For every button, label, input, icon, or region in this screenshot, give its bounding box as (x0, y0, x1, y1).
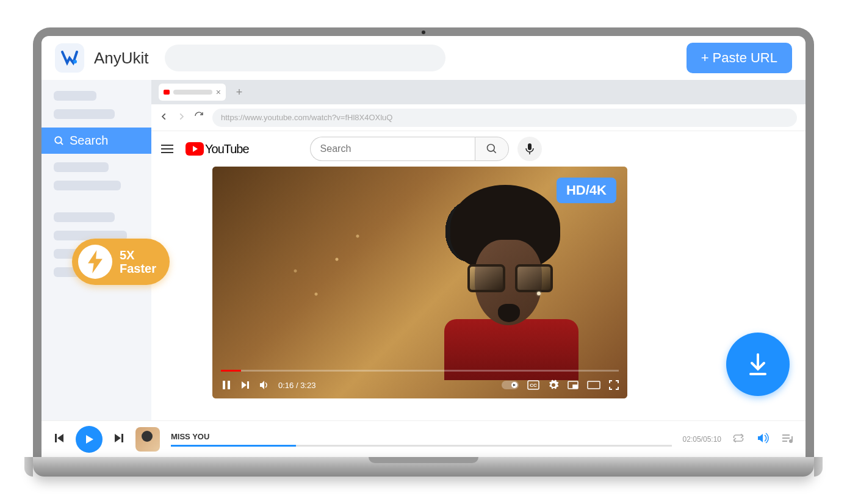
play-icon (83, 433, 95, 445)
video-time: 0:16 / 3:23 (278, 381, 315, 390)
tab-title-placeholder (173, 90, 212, 95)
youtube-search-input[interactable] (310, 137, 475, 161)
svg-marker-27 (86, 435, 93, 444)
svg-rect-29 (121, 434, 123, 442)
svg-point-5 (487, 145, 494, 152)
browser-tab[interactable]: × (159, 84, 226, 101)
youtube-logo[interactable]: YouTube (186, 142, 249, 156)
laptop-screen-bezel: AnyUkit + Paste URL Search (33, 27, 814, 457)
theater-button[interactable] (587, 381, 600, 389)
sound-icon (757, 433, 769, 444)
download-icon (743, 350, 773, 379)
volume-icon (259, 380, 270, 391)
browser-nav-bar (151, 104, 806, 131)
svg-marker-13 (260, 381, 264, 389)
skip-next-icon (114, 433, 124, 444)
pause-icon (221, 380, 232, 391)
app-header: AnyUkit + Paste URL (41, 36, 806, 80)
speed-label: Faster (120, 262, 156, 275)
youtube-favicon (164, 90, 170, 95)
youtube-search-wrap (310, 137, 542, 161)
voice-search-button[interactable] (517, 137, 542, 161)
laptop-frame: AnyUkit + Paste URL Search (33, 27, 814, 477)
paste-url-button[interactable]: + Paste URL (687, 43, 792, 73)
autoplay-toggle[interactable] (502, 381, 519, 389)
youtube-search-button[interactable] (475, 137, 509, 161)
svg-point-0 (73, 60, 77, 63)
svg-rect-7 (528, 143, 532, 150)
video-player[interactable]: HD/4K 0:16 / 3:23 CC (212, 167, 627, 398)
gear-icon (548, 380, 559, 391)
browser-tab-strip: × + (151, 80, 806, 104)
content-area: × + (151, 80, 806, 420)
svg-point-1 (55, 137, 62, 143)
fullscreen-button[interactable] (609, 380, 619, 390)
app-logo (55, 43, 84, 73)
music-player-bar: MISS YOU 02:05/05:10 (41, 420, 806, 457)
next-button[interactable] (240, 380, 250, 390)
forward-button[interactable] (177, 111, 186, 124)
hamburger-menu[interactable] (161, 145, 173, 153)
address-bar[interactable] (212, 109, 797, 127)
pause-button[interactable] (221, 380, 232, 391)
search-icon (54, 135, 65, 146)
svg-rect-9 (223, 381, 225, 389)
youtube-icon (186, 142, 204, 156)
video-controls: 0:16 / 3:23 CC (212, 372, 627, 398)
speed-badge: 5X Faster (72, 239, 170, 285)
repeat-button[interactable] (732, 433, 744, 446)
next-track-button[interactable] (114, 433, 124, 446)
previous-track-button[interactable] (54, 433, 65, 446)
player-controls-right (732, 433, 793, 446)
theater-icon (587, 381, 600, 389)
app-window: AnyUkit + Paste URL Search (41, 36, 806, 457)
volume-button[interactable] (259, 380, 270, 391)
svg-rect-12 (247, 381, 249, 389)
svg-marker-26 (57, 434, 63, 442)
app-logo-icon (60, 48, 79, 68)
close-icon[interactable]: × (216, 87, 221, 97)
cc-icon: CC (527, 380, 539, 390)
autoplay-icon (502, 381, 519, 389)
quality-badge: HD/4K (557, 178, 616, 203)
video-area: HD/4K 0:16 / 3:23 CC (151, 167, 806, 420)
miniplayer-icon (568, 381, 578, 389)
youtube-wordmark: YouTube (205, 142, 249, 156)
svg-marker-28 (115, 434, 121, 442)
play-button[interactable] (76, 426, 103, 453)
svg-marker-11 (242, 381, 247, 389)
sidebar-item-placeholder (54, 162, 109, 172)
back-button[interactable] (160, 111, 168, 124)
miniplayer-button[interactable] (568, 381, 578, 389)
svg-marker-24 (88, 250, 103, 273)
url-input[interactable] (165, 45, 445, 71)
chevron-right-icon (177, 112, 186, 121)
chevron-left-icon (160, 112, 168, 121)
sidebar-search-tab[interactable]: Search (41, 128, 151, 154)
captions-button[interactable]: CC (527, 380, 539, 390)
repeat-icon (732, 433, 744, 444)
track-title: MISS YOU (171, 432, 672, 441)
new-tab-button[interactable]: + (232, 85, 247, 99)
skip-previous-icon (54, 433, 65, 444)
sidebar-item-placeholder (54, 212, 115, 222)
track-time: 02:05/05:10 (683, 435, 721, 444)
download-button[interactable] (726, 333, 790, 396)
microphone-icon (525, 143, 535, 155)
reload-button[interactable] (194, 111, 204, 124)
sidebar-item-placeholder (54, 91, 96, 101)
sound-button[interactable] (757, 433, 769, 446)
camera-dot (422, 31, 425, 34)
track-thumbnail (135, 427, 160, 452)
sidebar-search-label: Search (70, 134, 108, 148)
next-icon (240, 380, 250, 390)
lightning-icon (85, 250, 105, 273)
track-progress-bar[interactable] (171, 445, 672, 447)
svg-rect-20 (573, 385, 577, 388)
settings-button[interactable] (548, 380, 559, 391)
playlist-button[interactable] (781, 433, 793, 446)
playlist-icon (781, 433, 793, 444)
fullscreen-icon (609, 380, 619, 390)
track-progress-fill (171, 445, 296, 447)
speed-multiplier: 5X (120, 248, 156, 262)
